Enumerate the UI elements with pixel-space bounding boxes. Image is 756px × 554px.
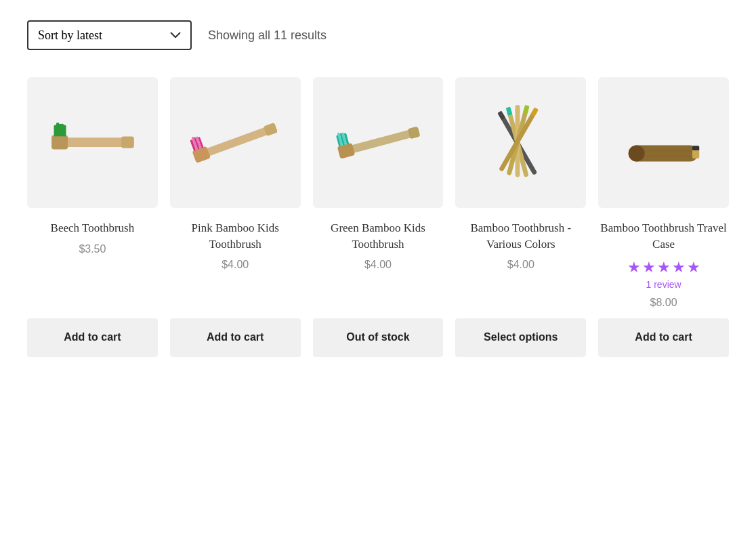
product-image-bamboo-travel-case [598,77,729,208]
product-btn-out-of-stock: Out of stock [313,318,444,357]
product-name: Bamboo Toothbrush Travel Case [598,220,729,253]
svg-rect-6 [56,123,59,137]
toolbar: Sort by latestSort by popularitySort by … [27,20,729,50]
product-stars: ★★★★★ [627,259,700,276]
product-btn-add-to-cart[interactable]: Add to cart [27,318,158,357]
star-icon: ★ [672,259,686,276]
product-name: Pink Bamboo Kids Toothbrush [170,220,301,253]
product-card-beech-toothbrush: Beech Toothbrush$3.50Add to cart [27,77,158,357]
product-image-pink-bamboo-kids [170,77,301,208]
svg-rect-2 [51,135,68,150]
product-card-bamboo-various-colors: Bamboo Toothbrush - Various Colors$4.00S… [455,77,586,357]
review-count: 1 review [646,279,681,290]
product-name: Green Bamboo Kids Toothbrush [313,220,444,253]
product-price: $4.00 [222,259,249,271]
svg-rect-1 [121,137,134,148]
svg-rect-38 [692,146,699,151]
svg-point-36 [629,146,645,162]
product-image-bamboo-various-colors [455,77,586,208]
product-card-bamboo-travel-case: Bamboo Toothbrush Travel Case★★★★★1 revi… [598,77,729,357]
star-icon: ★ [687,259,700,276]
star-icon: ★ [657,259,671,276]
star-icon: ★ [642,259,656,276]
product-price: $3.50 [79,243,106,255]
star-icon: ★ [627,259,641,276]
sort-select[interactable]: Sort by latestSort by popularitySort by … [27,20,192,50]
svg-rect-31 [523,105,530,114]
svg-rect-7 [61,124,64,137]
product-name: Bamboo Toothbrush - Various Colors [455,220,586,253]
product-name: Beech Toothbrush [51,220,135,236]
product-price: $4.00 [507,259,534,271]
products-grid: Beech Toothbrush$3.50Add to cart Pink Ba… [27,77,729,357]
product-btn-select-options[interactable]: Select options [455,318,586,357]
product-price: $8.00 [650,297,677,309]
result-count: Showing all 11 results [208,28,327,43]
product-card-pink-bamboo-kids: Pink Bamboo Kids Toothbrush$4.00Add to c… [170,77,301,357]
product-btn-add-to-cart[interactable]: Add to cart [170,318,301,357]
product-card-green-bamboo-kids: Green Bamboo Kids Toothbrush$4.00Out of … [313,77,444,357]
product-price: $4.00 [364,259,392,271]
svg-rect-27 [505,107,512,116]
product-image-green-bamboo-kids [313,77,444,208]
svg-rect-29 [515,106,520,114]
product-image-beech-toothbrush [27,77,158,208]
product-btn-add-to-cart[interactable]: Add to cart [598,318,729,357]
